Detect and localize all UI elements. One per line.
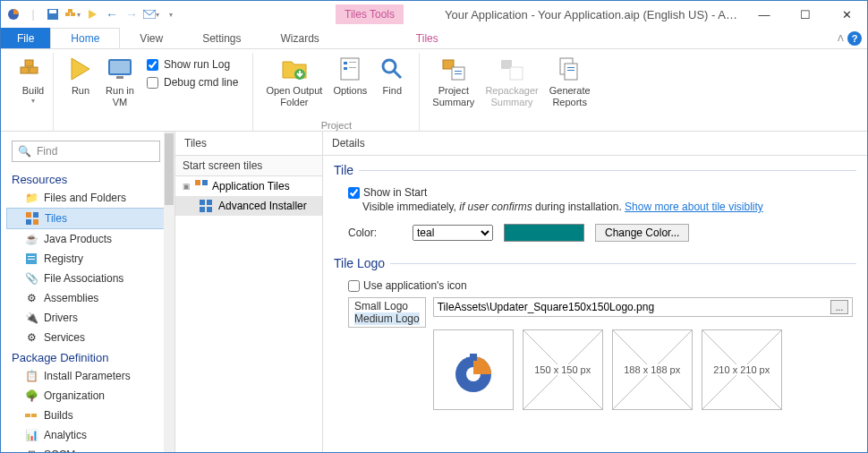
tab-view[interactable]: View [120, 28, 183, 48]
tab-wizards[interactable]: Wizards [261, 28, 339, 48]
collapse-ribbon-icon[interactable]: ᐱ [838, 33, 844, 43]
svg-rect-28 [510, 67, 523, 80]
details-header: Details [323, 132, 867, 156]
nav-builds[interactable]: Builds [6, 406, 174, 425]
tiles-icon [25, 211, 39, 226]
svg-rect-47 [207, 207, 212, 212]
show-in-start-checkbox[interactable]: Show in Start [348, 183, 853, 199]
expand-icon[interactable]: ▣ [183, 182, 191, 191]
nav-assemblies-label: Assemblies [44, 292, 98, 304]
run-button[interactable]: Run [61, 53, 100, 98]
open-output-folder-button[interactable]: Open Output Folder [260, 53, 328, 110]
nav-services[interactable]: ⚙Services [6, 328, 174, 347]
change-color-button[interactable]: Change Color... [595, 224, 689, 242]
nav-java-label: Java Products [44, 233, 112, 245]
svg-rect-43 [202, 180, 208, 185]
show-run-log-checkbox[interactable]: Show run Log [147, 58, 238, 71]
nav-assemblies[interactable]: ⚙Assemblies [6, 288, 174, 308]
tile-visibility-link[interactable]: Show more about tile visiblity [625, 201, 763, 213]
nav-registry[interactable]: Registry [6, 249, 174, 269]
tile-preview-150: 150 x 150 px [523, 329, 603, 410]
qat-back-icon[interactable]: ← [103, 5, 121, 23]
nav-tiles[interactable]: Tiles [6, 208, 174, 229]
nav-sccm-label: SCCM [44, 449, 75, 452]
visibility-text: Visible immediately, if user confirms du… [348, 199, 853, 220]
use-app-icon-checkbox[interactable]: Use application's icon [348, 276, 853, 292]
find-button[interactable]: Find [372, 53, 412, 98]
nav-sccm[interactable]: 🖥SCCM [6, 445, 174, 452]
qat-mail-icon[interactable]: ▾ [142, 5, 160, 23]
svg-rect-38 [28, 256, 35, 257]
logo-path-input[interactable] [438, 301, 830, 313]
maximize-button[interactable]: ☐ [785, 1, 826, 28]
options-button[interactable]: Options [328, 53, 372, 98]
project-summary-button[interactable]: Project Summary [427, 53, 480, 110]
browse-button[interactable]: ... [830, 300, 848, 314]
tree-advanced-installer[interactable]: Advanced Installer [175, 196, 322, 216]
svg-rect-35 [26, 219, 31, 225]
generate-reports-button[interactable]: Generate Reports [544, 53, 596, 110]
color-select[interactable]: teal [413, 225, 493, 241]
tab-home[interactable]: Home [50, 28, 120, 48]
nav-java-products[interactable]: ☕Java Products [6, 229, 174, 249]
tab-file[interactable]: File [1, 28, 50, 48]
nav-analytics[interactable]: 📊Analytics [6, 425, 174, 445]
svg-line-22 [394, 71, 401, 78]
close-button[interactable]: ✕ [826, 1, 867, 28]
svg-rect-36 [33, 219, 38, 225]
svg-rect-8 [21, 67, 29, 73]
nav-files-folders[interactable]: 📁Files and Folders [6, 188, 174, 208]
minimize-button[interactable]: — [744, 1, 785, 28]
svg-rect-18 [349, 62, 356, 63]
build-button[interactable]: Build ▾ [13, 53, 53, 107]
nav-scrollbar[interactable] [164, 132, 174, 452]
find-label: Find [383, 85, 402, 97]
run-in-vm-button[interactable]: Run in VM [100, 53, 140, 110]
qat-run-icon[interactable] [83, 5, 101, 23]
tab-tiles[interactable]: Tiles [396, 28, 458, 48]
svg-marker-11 [72, 58, 89, 80]
logo-medium-item[interactable]: Medium Logo [354, 312, 420, 325]
builds-icon [24, 408, 38, 423]
svg-rect-25 [455, 71, 462, 72]
logo-small-item[interactable]: Small Logo [354, 300, 420, 312]
folder-open-icon [280, 55, 309, 83]
nav-drivers[interactable]: 🔌Drivers [6, 308, 174, 328]
qat-customize[interactable]: ▾ [162, 5, 180, 23]
search-placeholder: Find [37, 145, 57, 158]
nav-file-associations[interactable]: 📎File Associations [6, 269, 174, 288]
tree-application-tiles[interactable]: ▣ Application Tiles [175, 176, 322, 196]
svg-rect-45 [207, 200, 212, 205]
help-icon[interactable]: ? [847, 31, 862, 46]
center-header: Tiles [175, 132, 322, 156]
windows-icon [199, 199, 213, 213]
tile-preview-210: 210 x 210 px [702, 329, 782, 410]
show-in-start-label: Show in Start [363, 186, 427, 199]
tile-preview-188: 188 x 188 px [612, 329, 693, 410]
context-tool-label: Tiles Tools [336, 4, 404, 24]
debug-cmd-checkbox[interactable]: Debug cmd line [147, 76, 238, 89]
tree-app-tiles-label: Application Tiles [212, 180, 290, 192]
svg-rect-30 [565, 64, 577, 80]
drivers-icon: 🔌 [24, 311, 38, 325]
qat-save-icon[interactable] [44, 5, 62, 23]
svg-rect-46 [200, 207, 205, 212]
svg-rect-13 [110, 61, 130, 73]
nav-install-parameters[interactable]: 📋Install Parameters [6, 366, 174, 386]
options-icon [336, 55, 364, 83]
nav-install-params-label: Install Parameters [44, 370, 131, 382]
nav-builds-label: Builds [44, 409, 73, 422]
tab-settings[interactable]: Settings [183, 28, 260, 48]
tile-section-title: Tile [334, 163, 353, 177]
search-input[interactable]: 🔍 Find [12, 141, 160, 162]
svg-rect-26 [455, 73, 462, 74]
install-params-icon: 📋 [24, 369, 38, 383]
window-title: Your Application - Your Application.aip … [404, 8, 744, 21]
tile-preview-filled [433, 329, 514, 410]
logo-size-list[interactable]: Small Logo Medium Logo [348, 297, 426, 328]
nav-organization[interactable]: 🌳Organization [6, 386, 174, 406]
nav-drivers-label: Drivers [44, 312, 78, 324]
qat-build-icon[interactable]: ▾ [64, 5, 81, 23]
qat-forward-icon[interactable]: → [123, 5, 140, 23]
svg-rect-39 [28, 259, 35, 260]
